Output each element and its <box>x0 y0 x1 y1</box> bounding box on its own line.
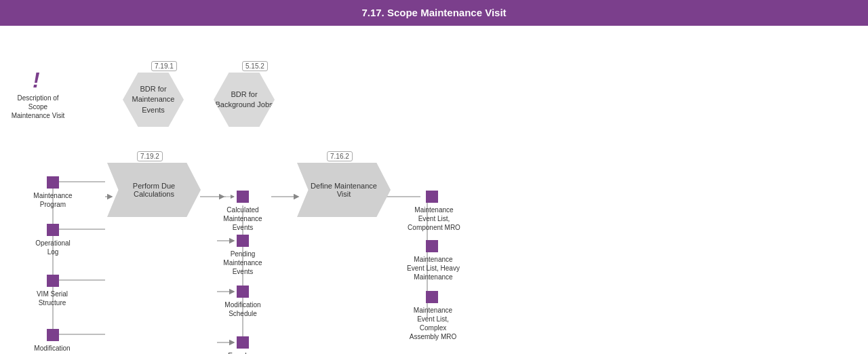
define-maintenance-shape: Define Maintenance Visit <box>297 163 391 217</box>
vim-serial-sq <box>47 275 59 287</box>
bdr-maintenance-hex: 7.19.1 BDR for Maintenance Events <box>123 61 184 127</box>
modification-schedule-label: Modification Schedule <box>217 300 269 318</box>
event-list-component-label: Maintenance Event List, Component MRO <box>407 205 461 232</box>
bdr-maintenance-version: 7.19.1 <box>151 61 177 71</box>
event-list-heavy-label: Maintenance Event List, Heavy Maintenanc… <box>406 255 461 281</box>
maintenance-program-sq <box>47 176 59 189</box>
error-log-label: Error Log <box>225 351 259 354</box>
perform-due-shape: Perform Due Calculations <box>107 163 201 217</box>
bdr-background-shape: BDR for Background Jobs <box>214 73 275 127</box>
define-maintenance-version: 7.16.2 <box>327 151 353 161</box>
page-title: 7.17. Scope Maintenance Visit <box>361 7 506 18</box>
operational-log-label: Operational Log <box>33 239 73 256</box>
bdr-background-version: 5.15.2 <box>242 61 268 71</box>
perform-due-chevron: 7.19.2 Perform Due Calculations <box>107 151 201 217</box>
maintenance-program-label: Maintenance Program <box>27 191 79 209</box>
calculated-events-sq <box>237 191 249 203</box>
vim-serial-label: VIM Serial Structure <box>28 290 76 307</box>
error-log-sq <box>237 336 249 349</box>
modification-program-sq <box>47 329 59 341</box>
calculated-events-label: Calculated Maintenance Events <box>217 205 269 232</box>
description-icon: ! <box>33 68 40 93</box>
modification-program-label: Modification Program <box>28 344 76 354</box>
define-maintenance-chevron: 7.16.2 Define Maintenance Visit <box>297 151 391 217</box>
event-list-component-sq <box>426 191 438 203</box>
header: 7.17. Scope Maintenance Visit <box>0 0 868 26</box>
operational-log-sq <box>47 224 59 236</box>
pending-events-sq <box>237 235 249 247</box>
modification-schedule-sq <box>237 286 249 298</box>
event-list-heavy-sq <box>426 240 438 252</box>
perform-due-version: 7.19.2 <box>137 151 163 161</box>
bdr-background-hex: 5.15.2 BDR for Background Jobs <box>214 61 275 127</box>
event-list-complex-label: Maintenance Event List, Complex Assembly… <box>404 306 462 341</box>
event-list-complex-sq <box>426 291 438 303</box>
bdr-maintenance-shape: BDR for Maintenance Events <box>123 73 184 127</box>
pending-events-label: Pending Maintenance Events <box>217 250 269 276</box>
description-label: Description of Scope Maintenance Visit <box>11 94 65 120</box>
